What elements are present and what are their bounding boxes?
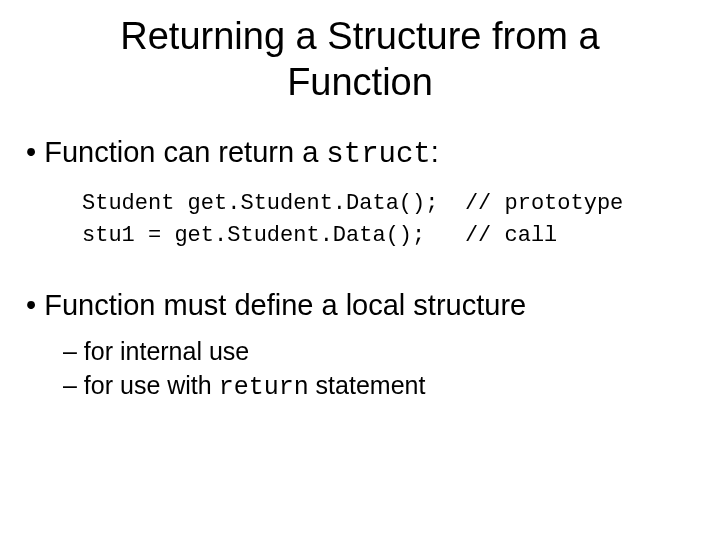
bullet-local-struct: Function must define a local structure	[0, 286, 720, 325]
sub-text-2-code: return	[219, 373, 309, 402]
bullet-post: :	[431, 136, 439, 168]
title-line-2: Function	[287, 61, 433, 103]
title-line-1: Returning a Structure from a	[120, 15, 599, 57]
sub-text-2-pre: for use with	[84, 371, 219, 399]
bullet-text: Function can return a	[44, 136, 326, 168]
sub-bullet-internal: for internal use	[0, 335, 720, 369]
bullet-code: struct	[326, 138, 430, 171]
code-example: Student get.Student.Data(); // prototype…	[0, 188, 720, 252]
bullet-struct-return: Function can return a struct:	[0, 133, 720, 174]
sub-text-1: for internal use	[84, 337, 249, 365]
sub-text-2-post: statement	[309, 371, 426, 399]
code-line-1b: // prototype	[465, 191, 623, 216]
slide-title: Returning a Structure from a Function	[0, 0, 720, 105]
code-line-2a: stu1 = get.Student.Data();	[82, 223, 425, 248]
bullet-text-2: Function must define a local structure	[44, 289, 526, 321]
slide-body: Function can return a struct: Student ge…	[0, 133, 720, 405]
code-line-1a: Student get.Student.Data();	[82, 191, 438, 216]
code-line-2b: // call	[465, 223, 557, 248]
sub-bullet-return: for use with return statement	[0, 369, 720, 405]
